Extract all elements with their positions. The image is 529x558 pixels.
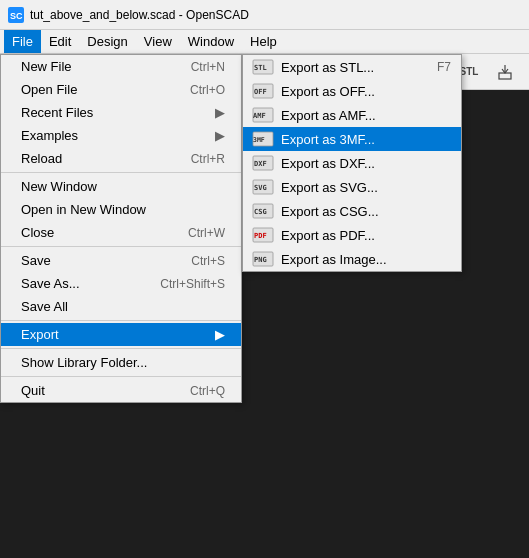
dd-new-file[interactable]: New File Ctrl+N bbox=[1, 55, 241, 78]
pdf-icon: PDF bbox=[251, 226, 275, 244]
svg-text:PNG: PNG bbox=[254, 256, 267, 264]
dd-recent-files[interactable]: Recent Files ▶ bbox=[1, 101, 241, 124]
file-menu-dropdown: New File Ctrl+N Open File Ctrl+O Recent … bbox=[0, 54, 242, 403]
dd-save-all[interactable]: Save All bbox=[1, 295, 241, 318]
sub-export-3mf[interactable]: 3MF Export as 3MF... bbox=[243, 127, 461, 151]
dropdown-overlay: New File Ctrl+N Open File Ctrl+O Recent … bbox=[0, 0, 529, 558]
stl-icon: STL bbox=[251, 58, 275, 76]
dd-open-new-window[interactable]: Open in New Window bbox=[1, 198, 241, 221]
svg-text:STL: STL bbox=[254, 64, 267, 72]
sub-export-image[interactable]: PNG Export as Image... bbox=[243, 247, 461, 271]
dd-show-library[interactable]: Show Library Folder... bbox=[1, 351, 241, 374]
svg-text:PDF: PDF bbox=[254, 232, 267, 240]
sub-export-pdf[interactable]: PDF Export as PDF... bbox=[243, 223, 461, 247]
dd-separator-4 bbox=[1, 348, 241, 349]
svg-text:DXF: DXF bbox=[254, 160, 267, 168]
dd-open-file[interactable]: Open File Ctrl+O bbox=[1, 78, 241, 101]
sub-export-stl[interactable]: STL Export as STL... F7 bbox=[243, 55, 461, 79]
dd-reload[interactable]: Reload Ctrl+R bbox=[1, 147, 241, 170]
dd-save-as[interactable]: Save As... Ctrl+Shift+S bbox=[1, 272, 241, 295]
dd-examples[interactable]: Examples ▶ bbox=[1, 124, 241, 147]
dd-close[interactable]: Close Ctrl+W bbox=[1, 221, 241, 244]
dxf-icon: DXF bbox=[251, 154, 275, 172]
dd-separator-5 bbox=[1, 376, 241, 377]
svg-text:3MF: 3MF bbox=[253, 136, 265, 144]
sub-export-dxf[interactable]: DXF Export as DXF... bbox=[243, 151, 461, 175]
sub-export-amf[interactable]: AMF Export as AMF... bbox=[243, 103, 461, 127]
dd-quit[interactable]: Quit Ctrl+Q bbox=[1, 379, 241, 402]
svg-text:CSG: CSG bbox=[254, 208, 267, 216]
export-submenu: STL Export as STL... F7 OFF Export as OF… bbox=[242, 54, 462, 272]
off-icon: OFF bbox=[251, 82, 275, 100]
dd-new-window[interactable]: New Window bbox=[1, 175, 241, 198]
amf-icon: AMF bbox=[251, 106, 275, 124]
svg-text:SVG: SVG bbox=[254, 184, 267, 192]
3mf-icon: 3MF bbox=[251, 130, 275, 148]
csg-icon: CSG bbox=[251, 202, 275, 220]
png-icon: PNG bbox=[251, 250, 275, 268]
svg-text:AMF: AMF bbox=[253, 112, 266, 120]
dd-separator-2 bbox=[1, 246, 241, 247]
dd-export[interactable]: Export ▶ bbox=[1, 323, 241, 346]
svg-icon: SVG bbox=[251, 178, 275, 196]
dd-save[interactable]: Save Ctrl+S bbox=[1, 249, 241, 272]
sub-export-csg[interactable]: CSG Export as CSG... bbox=[243, 199, 461, 223]
sub-export-svg[interactable]: SVG Export as SVG... bbox=[243, 175, 461, 199]
dd-separator-1 bbox=[1, 172, 241, 173]
svg-text:OFF: OFF bbox=[254, 88, 267, 96]
sub-export-off[interactable]: OFF Export as OFF... bbox=[243, 79, 461, 103]
dd-separator-3 bbox=[1, 320, 241, 321]
